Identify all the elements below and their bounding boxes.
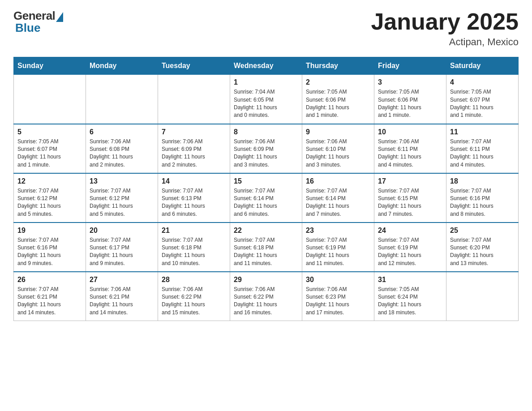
calendar-cell: 5Sunrise: 7:05 AM Sunset: 6:07 PM Daylig…	[14, 124, 86, 173]
day-info: Sunrise: 7:07 AM Sunset: 6:13 PM Dayligh…	[162, 187, 226, 218]
calendar-cell: 12Sunrise: 7:07 AM Sunset: 6:12 PM Dayli…	[14, 173, 86, 223]
calendar-cell	[446, 272, 519, 321]
calendar-cell: 6Sunrise: 7:06 AM Sunset: 6:08 PM Daylig…	[86, 124, 158, 173]
day-number: 2	[306, 78, 370, 86]
day-info: Sunrise: 7:07 AM Sunset: 6:14 PM Dayligh…	[306, 187, 370, 218]
calendar-cell: 24Sunrise: 7:07 AM Sunset: 6:19 PM Dayli…	[374, 223, 446, 272]
calendar-cell: 3Sunrise: 7:05 AM Sunset: 6:06 PM Daylig…	[374, 75, 446, 124]
day-info: Sunrise: 7:05 AM Sunset: 6:06 PM Dayligh…	[306, 88, 370, 120]
day-info: Sunrise: 7:07 AM Sunset: 6:17 PM Dayligh…	[90, 236, 154, 268]
day-number: 22	[234, 227, 298, 235]
day-number: 4	[450, 78, 515, 86]
day-number: 10	[378, 128, 442, 136]
calendar-week-row: 19Sunrise: 7:07 AM Sunset: 6:16 PM Dayli…	[14, 223, 519, 272]
calendar-cell: 25Sunrise: 7:07 AM Sunset: 6:20 PM Dayli…	[446, 223, 519, 272]
calendar-cell: 28Sunrise: 7:06 AM Sunset: 6:22 PM Dayli…	[158, 272, 230, 321]
calendar-cell: 15Sunrise: 7:07 AM Sunset: 6:14 PM Dayli…	[230, 173, 302, 223]
day-number: 20	[90, 227, 154, 235]
day-info: Sunrise: 7:05 AM Sunset: 6:07 PM Dayligh…	[450, 88, 515, 120]
calendar-cell: 27Sunrise: 7:06 AM Sunset: 6:21 PM Dayli…	[86, 272, 158, 321]
day-number: 8	[234, 128, 298, 136]
calendar-cell: 8Sunrise: 7:06 AM Sunset: 6:09 PM Daylig…	[230, 124, 302, 173]
day-number: 9	[306, 128, 370, 136]
calendar-cell: 20Sunrise: 7:07 AM Sunset: 6:17 PM Dayli…	[86, 223, 158, 272]
calendar-cell: 7Sunrise: 7:06 AM Sunset: 6:09 PM Daylig…	[158, 124, 230, 173]
calendar-header-row: SundayMondayTuesdayWednesdayThursdayFrid…	[14, 57, 519, 75]
calendar-header-thursday: Thursday	[302, 57, 374, 75]
day-number: 6	[90, 128, 154, 136]
day-info: Sunrise: 7:07 AM Sunset: 6:15 PM Dayligh…	[378, 187, 442, 218]
day-info: Sunrise: 7:05 AM Sunset: 6:06 PM Dayligh…	[378, 88, 442, 120]
day-info: Sunrise: 7:06 AM Sunset: 6:09 PM Dayligh…	[234, 138, 298, 169]
calendar-header-monday: Monday	[86, 57, 158, 75]
calendar-cell: 22Sunrise: 7:07 AM Sunset: 6:18 PM Dayli…	[230, 223, 302, 272]
logo-blue-text: Blue	[15, 21, 40, 35]
logo-triangle-icon	[56, 12, 63, 22]
day-number: 12	[17, 177, 82, 185]
calendar-cell: 31Sunrise: 7:05 AM Sunset: 6:24 PM Dayli…	[374, 272, 446, 321]
calendar-cell: 1Sunrise: 7:04 AM Sunset: 6:05 PM Daylig…	[230, 75, 302, 124]
day-number: 28	[162, 276, 226, 284]
day-info: Sunrise: 7:06 AM Sunset: 6:09 PM Dayligh…	[162, 138, 226, 169]
calendar-cell: 23Sunrise: 7:07 AM Sunset: 6:19 PM Dayli…	[302, 223, 374, 272]
calendar-cell	[86, 75, 158, 124]
day-info: Sunrise: 7:07 AM Sunset: 6:16 PM Dayligh…	[17, 236, 82, 268]
calendar-week-row: 12Sunrise: 7:07 AM Sunset: 6:12 PM Dayli…	[14, 173, 519, 223]
day-number: 15	[234, 177, 298, 185]
day-number: 11	[450, 128, 515, 136]
day-info: Sunrise: 7:07 AM Sunset: 6:14 PM Dayligh…	[234, 187, 298, 218]
day-info: Sunrise: 7:05 AM Sunset: 6:07 PM Dayligh…	[17, 138, 82, 169]
calendar-cell: 9Sunrise: 7:06 AM Sunset: 6:10 PM Daylig…	[302, 124, 374, 173]
calendar-cell: 26Sunrise: 7:07 AM Sunset: 6:21 PM Dayli…	[14, 272, 86, 321]
day-number: 13	[90, 177, 154, 185]
day-info: Sunrise: 7:06 AM Sunset: 6:21 PM Dayligh…	[90, 286, 154, 317]
calendar-header-wednesday: Wednesday	[230, 57, 302, 75]
day-info: Sunrise: 7:06 AM Sunset: 6:23 PM Dayligh…	[306, 286, 370, 317]
calendar-cell: 11Sunrise: 7:07 AM Sunset: 6:11 PM Dayli…	[446, 124, 519, 173]
day-number: 24	[378, 227, 442, 235]
calendar-header-saturday: Saturday	[446, 57, 519, 75]
calendar-cell: 30Sunrise: 7:06 AM Sunset: 6:23 PM Dayli…	[302, 272, 374, 321]
calendar-cell	[14, 75, 86, 124]
calendar-cell: 16Sunrise: 7:07 AM Sunset: 6:14 PM Dayli…	[302, 173, 374, 223]
day-info: Sunrise: 7:07 AM Sunset: 6:21 PM Dayligh…	[17, 286, 82, 317]
day-number: 7	[162, 128, 226, 136]
calendar-header-tuesday: Tuesday	[158, 57, 230, 75]
day-number: 17	[378, 177, 442, 185]
page-header: General Blue January 2025 Actipan, Mexic…	[13, 9, 519, 48]
calendar-cell	[158, 75, 230, 124]
logo: General Blue	[13, 9, 63, 35]
day-number: 1	[234, 78, 298, 86]
day-info: Sunrise: 7:07 AM Sunset: 6:19 PM Dayligh…	[378, 236, 442, 268]
calendar-cell: 17Sunrise: 7:07 AM Sunset: 6:15 PM Dayli…	[374, 173, 446, 223]
day-number: 26	[17, 276, 82, 284]
day-number: 18	[450, 177, 515, 185]
day-info: Sunrise: 7:07 AM Sunset: 6:16 PM Dayligh…	[450, 187, 515, 218]
calendar-week-row: 1Sunrise: 7:04 AM Sunset: 6:05 PM Daylig…	[14, 75, 519, 124]
calendar-header-friday: Friday	[374, 57, 446, 75]
day-number: 5	[17, 128, 82, 136]
calendar-cell: 4Sunrise: 7:05 AM Sunset: 6:07 PM Daylig…	[446, 75, 519, 124]
calendar-cell: 19Sunrise: 7:07 AM Sunset: 6:16 PM Dayli…	[14, 223, 86, 272]
day-number: 29	[234, 276, 298, 284]
day-info: Sunrise: 7:06 AM Sunset: 6:11 PM Dayligh…	[378, 138, 442, 169]
calendar-cell: 14Sunrise: 7:07 AM Sunset: 6:13 PM Dayli…	[158, 173, 230, 223]
day-number: 14	[162, 177, 226, 185]
day-info: Sunrise: 7:07 AM Sunset: 6:12 PM Dayligh…	[17, 187, 82, 218]
day-number: 27	[90, 276, 154, 284]
day-info: Sunrise: 7:07 AM Sunset: 6:12 PM Dayligh…	[90, 187, 154, 218]
calendar-cell: 13Sunrise: 7:07 AM Sunset: 6:12 PM Dayli…	[86, 173, 158, 223]
day-number: 19	[17, 227, 82, 235]
day-number: 25	[450, 227, 515, 235]
calendar-cell: 21Sunrise: 7:07 AM Sunset: 6:18 PM Dayli…	[158, 223, 230, 272]
day-number: 16	[306, 177, 370, 185]
calendar-cell: 29Sunrise: 7:06 AM Sunset: 6:22 PM Dayli…	[230, 272, 302, 321]
day-info: Sunrise: 7:06 AM Sunset: 6:22 PM Dayligh…	[162, 286, 226, 317]
location-subtitle: Actipan, Mexico	[371, 36, 519, 48]
day-number: 23	[306, 227, 370, 235]
day-info: Sunrise: 7:04 AM Sunset: 6:05 PM Dayligh…	[234, 88, 298, 120]
day-number: 3	[378, 78, 442, 86]
day-info: Sunrise: 7:07 AM Sunset: 6:11 PM Dayligh…	[450, 138, 515, 169]
calendar-week-row: 5Sunrise: 7:05 AM Sunset: 6:07 PM Daylig…	[14, 124, 519, 173]
month-title: January 2025	[371, 9, 519, 34]
